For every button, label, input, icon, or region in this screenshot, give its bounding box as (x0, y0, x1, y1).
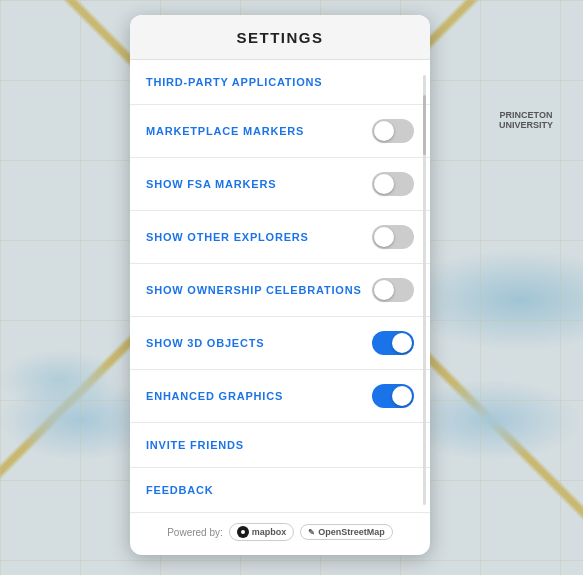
invite-friends-label: INVITE FRIENDS (146, 439, 244, 451)
princeton-label: PRINCETON UNIVERSITY (499, 110, 553, 130)
sidebar-item-show-3d-objects[interactable]: SHOW 3D OBJECTS (130, 317, 430, 370)
mapbox-icon (237, 526, 249, 538)
sidebar-item-show-other-explorers[interactable]: SHOW OTHER EXPLORERS (130, 211, 430, 264)
show-fsa-markers-toggle[interactable] (372, 172, 414, 196)
osm-icon: ✎ (308, 528, 315, 537)
sidebar-item-marketplace-markers[interactable]: MARKETPLACE MARKERS (130, 105, 430, 158)
feedback-label: FEEDBACK (146, 484, 214, 496)
show-other-explorers-knob (374, 227, 394, 247)
marketplace-markers-toggle[interactable] (372, 119, 414, 143)
sidebar-item-show-fsa-markers[interactable]: SHOW FSA MARKERS (130, 158, 430, 211)
show-ownership-celebrations-toggle[interactable] (372, 278, 414, 302)
settings-header: SETTINGS (130, 15, 430, 60)
osm-label: OpenStreetMap (318, 527, 385, 537)
marketplace-markers-knob (374, 121, 394, 141)
settings-footer: Powered by: mapbox ✎ OpenStreetMap (130, 513, 430, 555)
sidebar-item-invite-friends[interactable]: INVITE FRIENDS (130, 423, 430, 468)
show-other-explorers-toggle[interactable] (372, 225, 414, 249)
show-fsa-markers-knob (374, 174, 394, 194)
scroll-bar[interactable] (423, 75, 426, 505)
show-3d-objects-label: SHOW 3D OBJECTS (146, 337, 264, 349)
powered-by-label: Powered by: (167, 527, 223, 538)
sidebar-item-third-party-applications[interactable]: THIRD-PARTY APPLICATIONS (130, 60, 430, 105)
settings-title: SETTINGS (236, 29, 323, 46)
enhanced-graphics-toggle[interactable] (372, 384, 414, 408)
enhanced-graphics-label: ENHANCED GRAPHICS (146, 390, 283, 402)
mapbox-badge[interactable]: mapbox (229, 523, 295, 541)
osm-badge[interactable]: ✎ OpenStreetMap (300, 524, 393, 540)
sidebar-item-enhanced-graphics[interactable]: ENHANCED GRAPHICS (130, 370, 430, 423)
show-3d-objects-knob (392, 333, 412, 353)
scroll-thumb[interactable] (423, 95, 426, 155)
sidebar-item-show-ownership-celebrations[interactable]: SHOW OWNERSHIP CELEBRATIONS (130, 264, 430, 317)
mapbox-icon-inner (241, 530, 245, 534)
enhanced-graphics-knob (392, 386, 412, 406)
show-3d-objects-toggle[interactable] (372, 331, 414, 355)
show-ownership-celebrations-label: SHOW OWNERSHIP CELEBRATIONS (146, 284, 362, 296)
third-party-applications-label: THIRD-PARTY APPLICATIONS (146, 76, 322, 88)
mapbox-label: mapbox (252, 527, 287, 537)
show-other-explorers-label: SHOW OTHER EXPLORERS (146, 231, 309, 243)
marketplace-markers-label: MARKETPLACE MARKERS (146, 125, 304, 137)
settings-panel: SETTINGS THIRD-PARTY APPLICATIONS MARKET… (130, 15, 430, 555)
sidebar-item-feedback[interactable]: FEEDBACK (130, 468, 430, 513)
show-fsa-markers-label: SHOW FSA MARKERS (146, 178, 276, 190)
show-ownership-celebrations-knob (374, 280, 394, 300)
